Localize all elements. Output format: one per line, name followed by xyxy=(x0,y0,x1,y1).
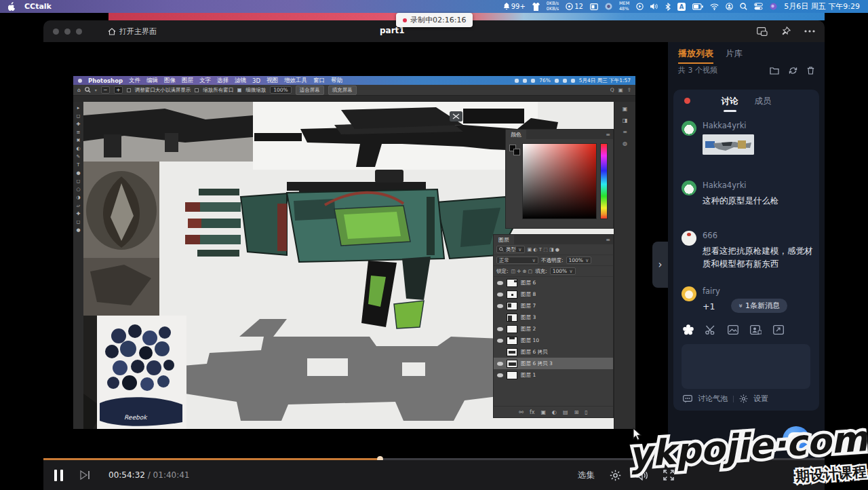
new-message-pill[interactable]: » 1条新消息 xyxy=(731,299,787,313)
eye-icon[interactable] xyxy=(497,373,503,377)
memory-monitor[interactable]: MEM48% xyxy=(619,1,629,12)
folder-icon[interactable] xyxy=(770,67,779,75)
wifi-icon[interactable] xyxy=(710,3,719,10)
dock-icon[interactable]: ▣ xyxy=(623,106,628,112)
dock-icon[interactable]: ◍ xyxy=(623,140,627,147)
tool-icon[interactable]: T xyxy=(77,162,79,168)
member-card-icon[interactable] xyxy=(750,325,762,335)
tool-icon[interactable]: ● xyxy=(76,170,80,176)
bluetooth-icon[interactable] xyxy=(665,3,671,11)
traffic-light-minimize[interactable] xyxy=(64,29,71,35)
play-circle-icon[interactable] xyxy=(636,3,644,10)
layer-row[interactable]: 图层 8 xyxy=(494,288,613,300)
notification-bell-icon[interactable]: 99+ xyxy=(503,3,526,10)
emoji-icon[interactable] xyxy=(683,324,694,335)
layer-row[interactable]: 图层 7 xyxy=(494,300,613,312)
eye-icon[interactable] xyxy=(497,362,503,366)
tool-icon[interactable]: ○ xyxy=(76,187,80,192)
tool-icon[interactable]: ≡ xyxy=(77,130,81,135)
layer-group-icon[interactable]: ▤ xyxy=(563,409,568,415)
tab-members[interactable]: 成员 xyxy=(755,96,772,107)
tab-playlist[interactable]: 播放列表 xyxy=(678,48,713,64)
layer-row[interactable]: 图层 1 xyxy=(494,369,613,381)
adjustment-layer-icon[interactable]: ◐ xyxy=(552,409,557,415)
more-menu-icon[interactable] xyxy=(804,30,815,33)
tab-library[interactable]: 片库 xyxy=(726,48,743,64)
sidebar-collapse-handle[interactable]: › xyxy=(652,242,668,288)
tool-icon[interactable]: ✎ xyxy=(77,154,81,159)
chat-settings[interactable]: 设置 xyxy=(753,394,768,404)
creative-cloud-icon[interactable] xyxy=(605,3,612,10)
fg-bg-swatches[interactable] xyxy=(509,145,520,155)
menubar-app-name[interactable]: CCtalk xyxy=(24,2,52,11)
apple-icon[interactable] xyxy=(8,2,16,11)
avatar[interactable] xyxy=(682,121,696,136)
fill-select[interactable]: 100%∨ xyxy=(550,267,576,275)
layer-filter-select[interactable]: 类型∨ xyxy=(496,246,525,253)
traffic-light-close[interactable] xyxy=(53,29,59,35)
control-center-icon[interactable] xyxy=(754,3,763,10)
tool-icon[interactable]: ▱ xyxy=(77,203,80,208)
spotlight-search-icon[interactable] xyxy=(740,3,747,10)
color-hue-slider[interactable] xyxy=(600,143,608,219)
dock-icon[interactable]: ≡ xyxy=(623,129,627,135)
new-layer-icon[interactable]: ⊞ xyxy=(574,409,579,415)
episodes-button[interactable]: 选集 xyxy=(578,470,595,481)
delete-layer-icon[interactable]: ▯ xyxy=(585,409,587,415)
window-manager-icon[interactable] xyxy=(590,3,598,10)
canvas-close-button[interactable] xyxy=(450,111,462,121)
trash-icon[interactable] xyxy=(807,67,814,75)
volume-menubar-icon[interactable] xyxy=(650,3,658,10)
tool-icon[interactable]: ◻ xyxy=(77,178,81,184)
background-swatch[interactable] xyxy=(513,149,520,155)
open-main-ui-button[interactable]: 打开主界面 xyxy=(108,26,157,37)
tool-icon[interactable]: ✖ xyxy=(77,138,81,143)
layer-row[interactable]: 图层 10 xyxy=(494,335,613,346)
refresh-icon[interactable] xyxy=(789,67,797,75)
bubble-toggle[interactable]: 讨论气泡 xyxy=(698,394,728,404)
avatar[interactable] xyxy=(682,286,696,301)
lock-icons[interactable]: ◫ ✛ ⊕ ▢ xyxy=(511,269,533,274)
chat-input[interactable] xyxy=(682,344,810,389)
tool-icon[interactable]: ◻ xyxy=(77,113,81,119)
layer-row[interactable]: 图层 6 拷贝 xyxy=(494,346,613,358)
user-circle-icon[interactable] xyxy=(726,3,733,10)
layer-row[interactable]: 图层 3 xyxy=(494,312,613,323)
menubar-clock[interactable]: 5月6日 周五 下午9:29 xyxy=(784,1,860,12)
cpu-monitor-icon[interactable]: 12 xyxy=(566,3,583,10)
layer-mask-icon[interactable]: ▣ xyxy=(541,409,547,415)
screenshot-scissors-icon[interactable] xyxy=(705,325,716,335)
link-layers-icon[interactable]: ⚯ xyxy=(519,409,524,415)
traffic-light-zoom[interactable] xyxy=(76,29,82,35)
color-panel-tab[interactable]: 颜色 xyxy=(506,130,526,139)
eye-icon[interactable] xyxy=(497,293,503,297)
pip-icon[interactable] xyxy=(757,27,768,36)
avatar[interactable] xyxy=(682,231,696,246)
layer-row-selected[interactable]: 图层 6 拷贝 3 xyxy=(494,358,613,369)
eye-icon[interactable] xyxy=(497,304,503,308)
opacity-select[interactable]: 100%∨ xyxy=(566,257,592,264)
tab-discussion[interactable]: 讨论 xyxy=(722,96,738,107)
input-source-icon[interactable]: A xyxy=(677,3,686,11)
battery-icon[interactable] xyxy=(692,3,703,10)
share-box-icon[interactable] xyxy=(773,325,784,335)
app-shirt-icon[interactable] xyxy=(532,3,540,11)
tool-icon[interactable]: ▸ xyxy=(77,105,80,111)
filter-kind-icons[interactable]: ▣ ◐ T ⬚ ◨ ● xyxy=(528,247,559,252)
color-saturation-square[interactable] xyxy=(522,143,597,219)
pause-button[interactable] xyxy=(54,470,63,481)
tool-icon[interactable]: ● xyxy=(76,227,80,233)
eye-icon[interactable] xyxy=(497,327,503,331)
panel-menu-icon[interactable]: ≡ xyxy=(606,237,610,243)
tool-icon[interactable]: ◑ xyxy=(76,195,80,200)
pin-icon[interactable] xyxy=(781,26,791,36)
tool-icon[interactable]: ✚ xyxy=(77,121,81,127)
panel-menu-icon[interactable]: ≡ xyxy=(606,132,610,138)
tool-icon[interactable]: ✚ xyxy=(77,211,81,216)
blend-mode-select[interactable]: 正常∨ xyxy=(496,257,538,264)
eye-icon[interactable] xyxy=(497,281,503,285)
image-upload-icon[interactable] xyxy=(728,325,738,335)
message-image-attachment[interactable] xyxy=(703,134,754,155)
dock-icon[interactable]: ◨ xyxy=(623,117,628,124)
siri-icon[interactable] xyxy=(770,3,777,10)
